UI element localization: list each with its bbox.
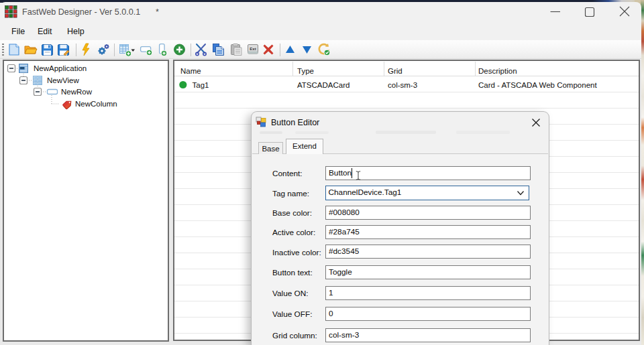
svg-text:col-sm-3: col-sm-3	[388, 81, 417, 89]
svg-text:NewColumn: NewColumn	[75, 100, 117, 108]
svg-text:Grid: Grid	[388, 67, 402, 75]
svg-text:NewView: NewView	[47, 76, 79, 84]
svg-text:Type: Type	[297, 67, 314, 75]
svg-text:Ext: Ext	[250, 47, 256, 51]
svg-text:NewApplication: NewApplication	[34, 64, 87, 72]
svg-text:ATSCADACard: ATSCADACard	[297, 81, 350, 89]
svg-text:NewRow: NewRow	[61, 88, 93, 96]
svg-text:Description: Description	[478, 67, 517, 75]
svg-text:Name: Name	[180, 67, 201, 75]
svg-text:Tag1: Tag1	[193, 81, 209, 89]
svg-text:Card - ATSCADA Web Component: Card - ATSCADA Web Component	[478, 81, 597, 89]
